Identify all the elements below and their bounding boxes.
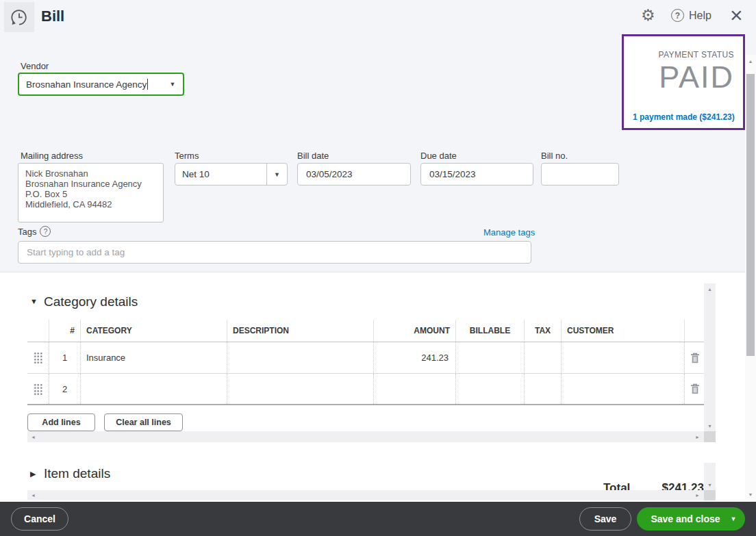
column-header-customer: CUSTOMER [562, 320, 685, 342]
terms-select[interactable]: Net 10 ▼ [175, 163, 288, 186]
save-options-dropdown-icon[interactable]: ▼ [722, 515, 745, 522]
delete-row-icon[interactable] [690, 383, 700, 394]
tags-label: Tags [18, 227, 36, 237]
category-cell[interactable] [81, 374, 227, 404]
billable-cell[interactable] [456, 374, 525, 404]
scrollbar-corner [704, 490, 716, 500]
vendor-select[interactable]: Brosnahan Insurance Agency ▼ [18, 73, 184, 96]
scroll-down-arrow-icon[interactable]: ▼ [745, 492, 756, 497]
clear-all-lines-button[interactable]: Clear all lines [104, 413, 183, 431]
vendor-value: Brosnahan Insurance Agency [26, 79, 147, 90]
terms-dropdown-arrow-icon[interactable]: ▼ [266, 164, 287, 185]
help-button[interactable]: ? Help [671, 9, 711, 22]
tags-input[interactable] [18, 241, 531, 264]
bill-date-field[interactable] [297, 163, 411, 186]
table-row: 1 Insurance 241.23 [27, 342, 704, 374]
payment-status-value: PAID [633, 61, 734, 93]
vendor-label: Vendor [21, 61, 49, 71]
delete-row-icon[interactable] [690, 353, 700, 363]
trash-column-header [685, 320, 704, 342]
billable-cell[interactable] [456, 342, 525, 373]
bill-form-window: Bill ⚙ ? Help × PAYMENT STATUS PAID 1 pa… [0, 0, 756, 536]
terms-label: Terms [175, 151, 199, 161]
footer-bar: Cancel Make recurring More Save Save and… [0, 502, 756, 536]
payment-made-link[interactable]: 1 payment made ($241.23) [633, 112, 735, 122]
table-row: 2 [27, 374, 704, 405]
window-vertical-scrollbar[interactable]: ▲ ▼ [745, 55, 756, 501]
save-and-close-label: Save and close [649, 513, 722, 524]
recurring-bill-icon [4, 2, 34, 32]
mailing-address-label: Mailing address [21, 151, 83, 161]
category-cell[interactable]: Insurance [81, 342, 227, 373]
gear-icon[interactable]: ⚙ [641, 6, 655, 25]
item-details-expand-icon[interactable]: ▶ [30, 470, 36, 478]
category-details-title: Category details [44, 294, 138, 309]
scroll-up-arrow-icon[interactable]: ▲ [745, 59, 756, 64]
row-number: 1 [49, 342, 81, 373]
bill-date-label: Bill date [297, 151, 329, 161]
payment-status-box: PAYMENT STATUS PAID 1 payment made ($241… [622, 34, 745, 130]
description-cell[interactable] [227, 342, 374, 373]
table-header-row: # CATEGORY DESCRIPTION AMOUNT BILLABLE T… [27, 320, 704, 342]
table-horizontal-scrollbar[interactable]: ◄ ► [27, 431, 704, 442]
amount-cell[interactable] [374, 374, 456, 404]
tags-label-group: Tags ? [18, 226, 51, 237]
row-number: 2 [49, 374, 81, 404]
column-header-billable: BILLABLE [456, 320, 525, 342]
item-horizontal-scrollbar[interactable]: ◄ ► [27, 490, 704, 500]
page-title: Bill [41, 8, 64, 25]
save-button[interactable]: Save [579, 507, 631, 531]
scroll-right-arrow-icon[interactable]: ► [695, 490, 700, 500]
drag-column-header [27, 320, 49, 342]
customer-cell[interactable] [562, 374, 685, 404]
bill-no-label: Bill no. [541, 151, 568, 161]
item-details-title: Item details [44, 466, 110, 481]
scroll-up-arrow-icon[interactable]: ▲ [704, 287, 716, 292]
item-vertical-scrollbar[interactable]: ▼ [704, 463, 716, 490]
close-icon[interactable]: × [730, 1, 743, 30]
help-question-icon: ? [671, 9, 684, 22]
add-lines-button[interactable]: Add lines [27, 413, 95, 431]
column-header-amount: AMOUNT [374, 320, 456, 342]
description-cell[interactable] [227, 374, 374, 404]
help-label: Help [689, 10, 711, 22]
tags-help-icon[interactable]: ? [40, 226, 51, 237]
scroll-down-arrow-icon[interactable]: ▼ [704, 424, 716, 429]
mailing-address-field[interactable]: Nick Brosnahan Brosnahan Insurance Agenc… [18, 163, 164, 222]
column-header-tax: TAX [525, 320, 562, 342]
payment-status-label: PAYMENT STATUS [633, 50, 734, 60]
category-details-table: # CATEGORY DESCRIPTION AMOUNT BILLABLE T… [27, 320, 704, 405]
vendor-dropdown-arrow-icon[interactable]: ▼ [162, 74, 183, 94]
scroll-left-arrow-icon[interactable]: ◄ [31, 490, 36, 500]
tax-cell[interactable] [525, 374, 562, 404]
terms-value: Net 10 [175, 164, 266, 185]
table-vertical-scrollbar[interactable]: ▲ ▼ [704, 283, 716, 431]
bill-no-field[interactable] [541, 163, 619, 186]
tax-cell[interactable] [525, 342, 562, 373]
scrollbar-corner [704, 431, 716, 442]
bill-header-section: Bill ⚙ ? Help × PAYMENT STATUS PAID 1 pa… [0, 0, 756, 272]
column-header-num: # [49, 320, 81, 342]
save-and-close-button[interactable]: Save and close ▼ [637, 507, 745, 531]
scroll-left-arrow-icon[interactable]: ◄ [31, 431, 36, 442]
due-date-label: Due date [420, 151, 457, 161]
category-details-collapse-icon[interactable]: ▼ [30, 297, 38, 305]
drag-handle-icon[interactable] [34, 383, 42, 395]
column-header-category: CATEGORY [81, 320, 227, 342]
drag-handle-icon[interactable] [34, 352, 42, 363]
customer-cell[interactable] [562, 342, 685, 373]
due-date-field[interactable] [420, 163, 533, 186]
manage-tags-link[interactable]: Manage tags [483, 227, 535, 238]
scroll-right-arrow-icon[interactable]: ► [695, 431, 700, 442]
column-header-description: DESCRIPTION [227, 320, 374, 342]
amount-cell[interactable]: 241.23 [374, 342, 456, 373]
scroll-down-arrow-icon[interactable]: ▼ [704, 483, 716, 487]
scrollbar-thumb[interactable] [746, 74, 755, 356]
text-caret [147, 79, 148, 90]
cancel-button[interactable]: Cancel [11, 507, 68, 531]
